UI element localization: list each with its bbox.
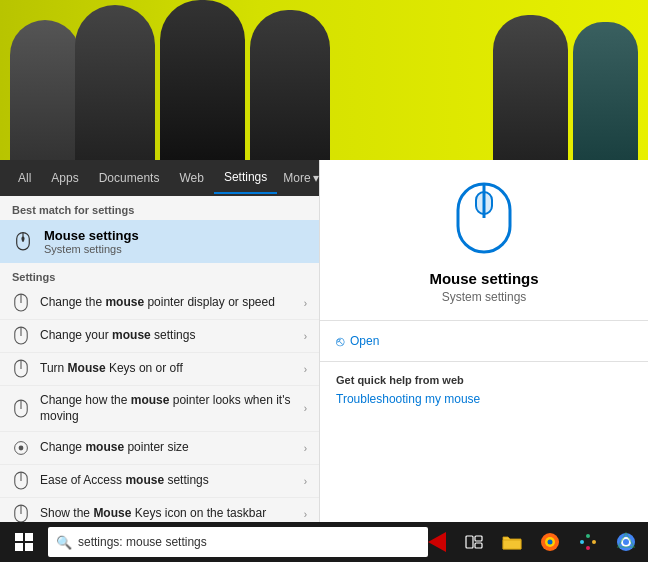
result-text-2: Change your mouse settings (40, 328, 294, 344)
best-match-text: Mouse settings System settings (44, 228, 139, 255)
best-match-title: Mouse settings (44, 228, 139, 243)
svg-rect-26 (475, 536, 482, 541)
hero-image (0, 0, 648, 160)
result-item-4[interactable]: Change how the mouse pointer looks when … (0, 386, 319, 432)
result-arrow-1: › (304, 298, 307, 309)
result-item-1[interactable]: Change the mouse pointer display or spee… (0, 287, 319, 320)
search-arrow-indicator (428, 532, 446, 552)
svg-rect-21 (15, 533, 23, 541)
result-arrow-2: › (304, 331, 307, 342)
result-item-3[interactable]: Turn Mouse Keys on or off › (0, 353, 319, 386)
slack-icon[interactable] (570, 524, 606, 560)
mouse-icon-result-1 (12, 294, 30, 312)
task-view-icon[interactable] (456, 524, 492, 560)
result-item-7[interactable]: Show the Mouse Keys icon on the taskbar … (0, 498, 319, 522)
svg-rect-34 (586, 546, 590, 550)
svg-rect-32 (586, 534, 590, 538)
open-button[interactable]: ⎋ Open (336, 333, 632, 349)
start-button[interactable] (4, 522, 44, 562)
tab-documents[interactable]: Documents (89, 163, 170, 193)
open-label: Open (350, 334, 379, 348)
open-icon: ⎋ (336, 333, 344, 349)
tab-apps[interactable]: Apps (41, 163, 88, 193)
svg-point-30 (548, 540, 553, 545)
svg-point-2 (21, 236, 24, 241)
svg-rect-31 (580, 540, 584, 544)
mouse-icon-result-5 (12, 439, 30, 457)
web-section-title: Get quick help from web (336, 374, 632, 386)
search-panel: All Apps Documents Web Settings More ▾ 🔍… (0, 160, 648, 522)
result-arrow-3: › (304, 364, 307, 375)
firefox-icon[interactable] (532, 524, 568, 560)
taskbar: 🔍 settings: mouse settings (0, 522, 648, 562)
chrome-icon[interactable] (608, 524, 644, 560)
right-panel-subtitle: System settings (442, 290, 527, 304)
search-magnifier-icon: 🔍 (56, 535, 72, 550)
result-text-4: Change how the mouse pointer looks when … (40, 393, 294, 424)
right-detail-panel: Mouse settings System settings ⎋ Open Ge… (320, 160, 648, 522)
result-text-7: Show the Mouse Keys icon on the taskbar (40, 506, 294, 522)
result-arrow-5: › (304, 443, 307, 454)
settings-section-label: Settings (0, 263, 319, 287)
best-match-subtitle: System settings (44, 243, 139, 255)
search-bar-text: settings: mouse settings (78, 535, 207, 549)
mouse-icon-result-7 (12, 505, 30, 522)
result-arrow-7: › (304, 509, 307, 520)
result-item-5[interactable]: Change mouse pointer size › (0, 432, 319, 465)
svg-rect-25 (466, 536, 473, 548)
svg-rect-22 (25, 533, 33, 541)
taskbar-icons (456, 524, 644, 560)
search-tabs: All Apps Documents Web Settings More ▾ 🔍… (0, 160, 319, 196)
result-item-6[interactable]: Ease of Access mouse settings › (0, 465, 319, 498)
tab-more[interactable]: More ▾ (277, 163, 320, 193)
best-match-item[interactable]: Mouse settings System settings (0, 220, 319, 263)
svg-rect-24 (25, 543, 33, 551)
result-text-1: Change the mouse pointer display or spee… (40, 295, 294, 311)
right-panel-title: Mouse settings (429, 270, 538, 287)
tab-settings[interactable]: Settings (214, 162, 277, 194)
svg-rect-33 (592, 540, 596, 544)
left-results-panel: All Apps Documents Web Settings More ▾ 🔍… (0, 160, 320, 522)
best-match-label: Best match for settings (0, 196, 319, 220)
tab-web[interactable]: Web (169, 163, 213, 193)
svg-rect-23 (15, 543, 23, 551)
search-bar[interactable]: 🔍 settings: mouse settings (48, 527, 428, 557)
right-top-section: Mouse settings System settings (320, 160, 648, 321)
mouse-icon-large (454, 180, 514, 260)
right-actions-section: ⎋ Open (320, 321, 648, 362)
result-item-2[interactable]: Change your mouse settings › (0, 320, 319, 353)
result-arrow-6: › (304, 476, 307, 487)
result-text-5: Change mouse pointer size (40, 440, 294, 456)
result-arrow-4: › (304, 403, 307, 414)
mouse-icon-result-3 (12, 360, 30, 378)
file-explorer-icon[interactable] (494, 524, 530, 560)
result-text-3: Turn Mouse Keys on or off (40, 361, 294, 377)
mouse-icon-small (12, 231, 34, 253)
web-link[interactable]: Troubleshooting my mouse (336, 392, 632, 406)
svg-point-12 (19, 446, 24, 451)
result-text-6: Ease of Access mouse settings (40, 473, 294, 489)
right-web-section: Get quick help from web Troubleshooting … (320, 362, 648, 418)
mouse-icon-result-4 (12, 400, 30, 418)
svg-rect-27 (475, 543, 482, 548)
tab-all[interactable]: All (8, 163, 41, 193)
mouse-icon-result-2 (12, 327, 30, 345)
svg-point-37 (623, 539, 629, 545)
mouse-icon-result-6 (12, 472, 30, 490)
